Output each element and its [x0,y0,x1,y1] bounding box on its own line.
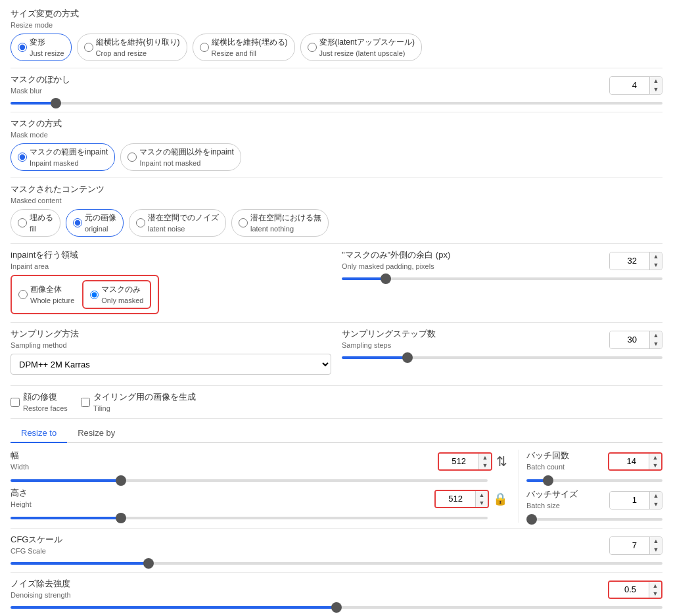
height-input[interactable]: ▲ ▼ [434,490,489,508]
sampling-method-select[interactable]: DPM++ 2M Karras Euler a Euler LMS Heun D… [11,354,331,375]
width-label: 幅 Width [11,450,29,471]
tiling-option[interactable]: タイリング用の画像を生成 Tiling [81,391,196,413]
resize-mode-options: 変形Just resize 縦横比を維持(切り取り)Crop and resiz… [11,34,662,61]
restore-faces-option[interactable]: 顔の修復 Restore faces [11,391,68,413]
mask-blur-slider-row [11,97,662,107]
inpaint-whole-picture[interactable]: 画像全体Whole picture [18,280,74,309]
sampling-row: サンプリング方法 Sampling method DPM++ 2M Karras… [11,328,662,380]
resize-mode-label: サイズ変更の方式 Resize mode [11,8,662,30]
resize-mode-resize-fill[interactable]: 縦横比を維持(埋める)Resize and fill [193,34,295,61]
sampling-method-dropdown-row: DPM++ 2M Karras Euler a Euler LMS Heun D… [11,354,331,375]
width-input[interactable]: ▲ ▼ [438,452,492,471]
masked-content-latent-noise[interactable]: 潜在空間でのノイズlatent noise [129,209,226,237]
cfg-scale-down[interactable]: ▼ [650,546,662,554]
only-masked-padding-slider[interactable] [342,277,662,280]
mask-blur-up[interactable]: ▲ [650,77,662,85]
batch-size-row: バッチサイズ Batch size ▲ ▼ [526,488,662,511]
only-masked-padding-down[interactable]: ▼ [650,261,662,270]
width-up[interactable]: ▲ [479,454,491,462]
height-label: 高さ Height [11,487,32,509]
tiling-label: タイリング用の画像を生成 Tiling [93,391,196,413]
batch-count-slider[interactable] [526,479,662,482]
inpaint-area-label: inpaintを行う領域 Inpaint area [11,249,331,271]
batch-size-up[interactable]: ▲ [650,492,662,500]
only-masked-padding-up[interactable]: ▲ [650,252,662,261]
mask-mode-inpaint-masked[interactable]: マスクの範囲をinpaintInpaint masked [11,143,115,171]
inpaint-area-row: inpaintを行う領域 Inpaint area 画像全体Whole pict… [11,249,662,317]
sampling-method-col: サンプリング方法 Sampling method DPM++ 2M Karras… [11,328,331,380]
masked-content-section: マスクされたコンテンツ Masked content 埋めるfill 元の画像o… [11,183,662,237]
denoising-strength-down[interactable]: ▼ [649,590,661,598]
mask-blur-slider[interactable] [11,102,662,105]
batch-count-down[interactable]: ▼ [649,462,661,469]
only-masked-padding-input[interactable]: ▲ ▼ [609,252,662,270]
sampling-steps-label: サンプリングステップ数 Sampling steps [342,328,436,350]
cfg-scale-input[interactable]: ▲ ▼ [609,536,662,555]
denoising-strength-slider[interactable] [11,606,662,609]
batch-count-input[interactable]: ▲ ▼ [608,452,662,471]
sampling-method-label: サンプリング方法 Sampling method [11,328,331,350]
resize-mode-section: サイズ変更の方式 Resize mode 変形Just resize 縦横比を維… [11,8,662,61]
width-slider[interactable] [11,479,488,482]
cfg-scale-label: CFGスケール CFG Scale [11,534,62,556]
sampling-steps-input[interactable]: ▲ ▼ [609,331,662,349]
resize-mode-latent-upscale[interactable]: 変形(latentアップスケール)Just resize (latent ups… [300,34,422,61]
masked-content-original[interactable]: 元の画像original [66,209,124,237]
cfg-scale-section: CFGスケール CFG Scale ▲ ▼ [11,534,662,567]
restore-faces-checkbox[interactable] [11,398,20,407]
cfg-scale-slider[interactable] [11,562,662,565]
tab-resize-by[interactable]: Resize by [67,424,126,443]
mask-mode-label: マスクの方式 Mask mode [11,118,662,139]
height-row: 高さ Height ▲ ▼ 🔒 [11,487,507,510]
sampling-steps-up[interactable]: ▲ [650,331,662,340]
mask-blur-section: マスクのぼかし Mask blur ▲ ▼ [11,74,662,107]
height-slider[interactable] [11,517,488,519]
mask-mode-inpaint-not-masked[interactable]: マスクの範囲以外をinpaintInpaint not masked [120,143,241,171]
mask-mode-section: マスクの方式 Mask mode マスクの範囲をinpaintInpaint m… [11,118,662,171]
tab-resize-to[interactable]: Resize to [11,424,67,443]
width-down[interactable]: ▼ [479,462,491,469]
masked-content-label: マスクされたコンテンツ Masked content [11,183,662,205]
batch-size-slider[interactable] [526,518,662,521]
restore-faces-label: 顔の修復 Restore faces [23,391,68,413]
denoising-strength-section: ノイズ除去強度 Denoising strength ▲ ▼ [11,578,662,611]
masked-content-fill[interactable]: 埋めるfill [11,209,60,237]
height-up[interactable]: ▲ [476,491,488,499]
batch-section: バッチ回数 Batch count ▲ ▼ バッチサイズ Batch size [518,450,662,523]
swap-icon[interactable]: ⇅ [496,454,507,469]
inpaint-area-options: 画像全体Whole picture マスクのみOnly masked [11,275,159,314]
inpaint-only-masked[interactable]: マスクのみOnly masked [82,280,151,309]
batch-count-row: バッチ回数 Batch count ▲ ▼ [526,450,662,473]
sampling-steps-slider[interactable] [342,356,662,359]
masked-content-options: 埋めるfill 元の画像original 潜在空間でのノイズlatent noi… [11,209,662,237]
mask-blur-input[interactable]: ▲ ▼ [609,76,662,95]
resize-mode-crop-resize[interactable]: 縦横比を維持(切り取り)Crop and resize [77,34,187,61]
batch-count-label: バッチ回数 Batch count [526,450,569,471]
mask-blur-label: マスクのぼかし Mask blur [11,74,70,95]
lock-icon[interactable]: 🔒 [493,492,507,506]
checkbox-group: 顔の修復 Restore faces タイリング用の画像を生成 Tiling [11,391,662,413]
batch-count-up[interactable]: ▲ [649,454,661,462]
resize-tabs: Resize to Resize by [11,424,662,443]
mask-blur-down[interactable]: ▼ [650,85,662,94]
width-height-section: 幅 Width ▲ ▼ ⇅ 高さ Height [11,450,507,523]
cfg-scale-up[interactable]: ▲ [650,537,662,546]
only-masked-padding-col: "マスクのみ"外側の余白 (px) Only masked padding, p… [342,249,662,317]
tiling-checkbox[interactable] [81,398,90,407]
sampling-steps-col: サンプリングステップ数 Sampling steps ▲ ▼ [342,328,662,380]
batch-size-label: バッチサイズ Batch size [526,488,578,510]
resize-batch-row: 幅 Width ▲ ▼ ⇅ 高さ Height [11,450,662,523]
inpaint-area-col: inpaintを行う領域 Inpaint area 画像全体Whole pict… [11,249,331,317]
sampling-steps-down[interactable]: ▼ [650,340,662,348]
denoising-strength-up[interactable]: ▲ [649,582,661,590]
masked-content-latent-nothing[interactable]: 潜在空間における無latent nothing [231,209,329,237]
batch-size-down[interactable]: ▼ [650,500,662,509]
denoising-strength-input[interactable]: ▲ ▼ [608,580,662,599]
batch-size-input[interactable]: ▲ ▼ [609,491,662,509]
width-row: 幅 Width ▲ ▼ ⇅ [11,450,507,473]
mask-mode-options: マスクの範囲をinpaintInpaint masked マスクの範囲以外をin… [11,143,662,171]
height-down[interactable]: ▼ [476,499,488,507]
only-masked-padding-label: "マスクのみ"外側の余白 (px) Only masked padding, p… [342,249,450,271]
resize-mode-just-resize[interactable]: 変形Just resize [11,34,72,61]
denoising-strength-label: ノイズ除去強度 Denoising strength [11,578,71,600]
